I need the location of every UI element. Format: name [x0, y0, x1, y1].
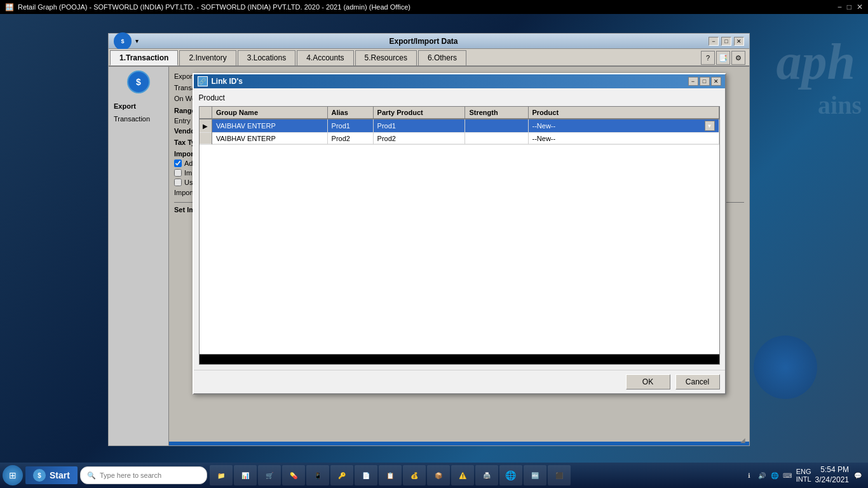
table-scrollbar[interactable] [200, 354, 719, 364]
dialog-title-icon: 🔗 [198, 76, 208, 86]
window-controls: − □ ✕ [837, 3, 863, 11]
minimize-button[interactable]: − [837, 3, 842, 11]
app-close-button[interactable]: ✕ [734, 37, 744, 46]
dialog-title-controls[interactable]: − □ ✕ [688, 77, 721, 86]
col-alias: Alias [327, 107, 373, 119]
taskbar-app-11[interactable]: ⚠️ [451, 465, 474, 485]
start-orb[interactable]: ⊞ [3, 465, 23, 485]
taskbar-app-1[interactable]: 📁 [210, 465, 233, 485]
dialog-section-label: Product [199, 93, 720, 102]
os-title-bar: 🪟 Retail Graph (POOJA) - SOFTWORLD (INDI… [0, 0, 868, 14]
dialog-maximize-button[interactable]: □ [700, 77, 710, 86]
window-title: Retail Graph (POOJA) - SOFTWORLD (INDIA)… [18, 3, 410, 11]
taskbar-app-2[interactable]: 📊 [234, 465, 257, 485]
clock-area: ENG INTL [796, 468, 811, 483]
taskbar-app-9[interactable]: 💰 [403, 465, 426, 485]
product-dropdown-value-2: --New-- [532, 135, 715, 142]
tab-transaction[interactable]: 1.Transaction [110, 50, 178, 65]
table-row[interactable]: VAIBHAV ENTERP Prod2 Prod2 --New-- [200, 133, 719, 144]
taskbar-app-7[interactable]: 📄 [355, 465, 377, 485]
tab-resources[interactable]: 5.Resources [355, 50, 417, 65]
dialog-title-text: Link ID's [212, 77, 243, 86]
row-party-product[interactable]: Prod2 [373, 133, 465, 144]
content-area: $ Export Transaction Export C Transacti … [109, 67, 749, 445]
app-window-title: Export/Import Data [139, 37, 709, 46]
system-tray: ℹ 🔊 🌐 ⌨ ENG INTL 5:54 PM 3/24/2021 💬 [744, 465, 863, 485]
dialog-close-button[interactable]: ✕ [711, 77, 721, 86]
speaker-icon[interactable]: 🔊 [757, 470, 767, 480]
row-alias[interactable]: Prod2 [327, 133, 373, 144]
taskbar-app-browser[interactable]: 🔤 [524, 465, 546, 485]
taskbar-app-10[interactable]: 📦 [427, 465, 450, 485]
resize-handle[interactable]: ◢ [740, 437, 748, 444]
col-group-name: Group Name [212, 107, 328, 119]
help-icon-btn[interactable]: ? [701, 51, 715, 65]
row-indicator-cell [200, 133, 212, 144]
row-product[interactable]: --New-- [528, 133, 719, 144]
dialog-content: Product Group Name Alias [194, 88, 725, 370]
tab-others[interactable]: 6.Others [418, 50, 466, 65]
start-button[interactable]: $ Start [25, 466, 78, 484]
ok-button[interactable]: OK [626, 374, 670, 390]
taskbar-app-5[interactable]: 📱 [306, 465, 329, 485]
cancel-button[interactable]: Cancel [675, 374, 720, 390]
clock-date: 3/24/2021 [815, 475, 849, 485]
search-input[interactable] [100, 471, 200, 479]
left-sidebar: $ Export Transaction [109, 67, 169, 445]
taskbar-app-3[interactable]: 🛒 [258, 465, 281, 485]
dialog-footer: OK Cancel [194, 370, 725, 393]
taskbar-app-terminal[interactable]: ⬛ [548, 465, 571, 485]
taskbar-app-chrome[interactable]: 🌐 [499, 465, 522, 485]
app-minimize-button[interactable]: − [709, 37, 719, 46]
bookmark-icon-btn[interactable]: 📑 [716, 51, 730, 65]
tab-locations[interactable]: 3.Locations [238, 50, 295, 65]
row-strength[interactable] [465, 119, 528, 133]
col-product: Product [528, 107, 719, 119]
tab-accounts[interactable]: 4.Accounts [297, 50, 353, 65]
help-tray-icon[interactable]: ℹ [744, 470, 754, 480]
network-icon[interactable]: 🌐 [770, 470, 780, 480]
taskbar-app-8[interactable]: 📋 [379, 465, 402, 485]
notification-icon[interactable]: 💬 [853, 470, 863, 480]
main-form-area: Export C Transacti On Web Range Entry No… [169, 67, 749, 445]
keyboard-icon[interactable]: ⌨ [782, 470, 792, 480]
app-favicon: 🪟 [5, 3, 14, 11]
tab-inventory[interactable]: 2.Inventory [179, 50, 236, 65]
clock-time: 5:54 PM [815, 465, 849, 475]
row-alias[interactable]: Prod1 [327, 119, 373, 133]
taskbar-app-12[interactable]: 🖨️ [475, 465, 498, 485]
search-icon: 🔍 [87, 471, 96, 480]
nav-tab-icons: ? 📑 ⚙ [701, 50, 748, 65]
row-strength[interactable] [465, 133, 528, 144]
table-row[interactable]: ▶ VAIBHAV ENTERP Prod1 Prod1 [200, 119, 719, 133]
product-dropdown-cell[interactable]: --New-- ▼ [532, 121, 715, 131]
maximize-button[interactable]: □ [847, 3, 851, 11]
table-header: Group Name Alias Party Product Strength … [200, 107, 719, 119]
row-arrow-icon: ▶ [203, 123, 208, 130]
start-label: Start [50, 470, 70, 480]
col-indicator [200, 107, 212, 119]
row-group-name[interactable]: VAIBHAV ENTERP [212, 133, 328, 144]
row-product[interactable]: --New-- ▼ [528, 119, 719, 133]
row-party-product[interactable]: Prod1 [373, 119, 465, 133]
dialog-title: 🔗 Link ID's [198, 76, 243, 86]
product-dropdown-value: --New-- [532, 122, 705, 130]
app-maximize-button[interactable]: □ [721, 37, 731, 46]
app-logo: $ [114, 32, 132, 50]
taskbar-app-4[interactable]: 💊 [282, 465, 305, 485]
product-dropdown-cell-2[interactable]: --New-- [532, 135, 715, 142]
taskbar-apps: 📁 📊 🛒 💊 📱 🔑 📄 📋 💰 📦 ⚠️ 🖨️ 🌐 🔤 ⬛ [210, 465, 742, 485]
row-group-name[interactable]: VAIBHAV ENTERP [212, 119, 328, 133]
close-button[interactable]: ✕ [857, 3, 863, 11]
sidebar-export-label[interactable]: Export [111, 101, 166, 111]
taskbar-intl: INTL [796, 475, 811, 483]
row-indicator-cell: ▶ [200, 119, 212, 133]
settings-icon-btn[interactable]: ⚙ [731, 51, 745, 65]
dialog-minimize-button[interactable]: − [688, 77, 698, 86]
sidebar-transaction-label[interactable]: Transaction [111, 114, 166, 124]
taskbar-search[interactable]: 🔍 [80, 466, 207, 484]
product-dropdown-button[interactable]: ▼ [705, 121, 715, 131]
taskbar-clock: 5:54 PM 3/24/2021 [815, 465, 849, 485]
taskbar-app-6[interactable]: 🔑 [330, 465, 353, 485]
app-window-controls[interactable]: − □ ✕ [709, 37, 744, 46]
